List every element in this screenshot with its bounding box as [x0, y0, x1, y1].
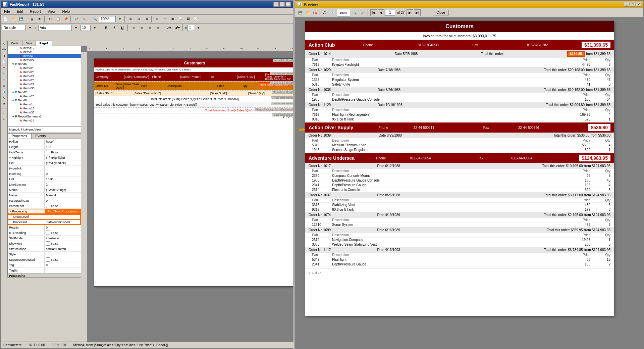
memo-combo[interactable]: Memo4: TfrxMemoView: [7, 126, 81, 133]
maximize-btn[interactable]: □: [279, 2, 285, 7]
prop-val-paragraphgap[interactable]: 0: [45, 198, 81, 203]
preview-save-btn[interactable]: 💾: [297, 9, 304, 16]
preview-zoom-in[interactable]: 🔍: [351, 9, 358, 16]
prop-val-highlight[interactable]: (TfrxHighlight): [45, 155, 81, 160]
preview-pdf-btn[interactable]: PDF: [313, 9, 320, 16]
prop-val-hidezeros[interactable]: False: [45, 150, 81, 155]
tree-item-memo1[interactable]: A Memo1: [8, 102, 81, 106]
tree-item-memo33[interactable]: A Memo33: [8, 110, 81, 114]
rtl-checkbox[interactable]: [46, 231, 50, 235]
tool11[interactable]: 1: [1, 110, 7, 115]
suppress-checkbox[interactable]: [46, 257, 50, 262]
prop-val-hyperlink[interactable]: [45, 166, 81, 171]
prop-val-processing[interactable]: (TfrxObjectProcessing): [45, 209, 80, 213]
tree-item-memo4[interactable]: A Memo4: [8, 54, 81, 58]
tree-item-memo29[interactable]: A Memo29: [8, 82, 81, 86]
tree-item-memo23[interactable]: A Memo23: [8, 70, 81, 74]
menu-edit[interactable]: Edit: [15, 9, 25, 14]
preview-zoom-combo[interactable]: 100%: [337, 9, 350, 16]
prop-val-tag[interactable]: 0: [45, 262, 81, 267]
nav-first[interactable]: |◀: [370, 9, 377, 16]
preview-maximize-btn[interactable]: □: [630, 2, 635, 7]
italic-btn[interactable]: I: [111, 24, 118, 31]
color-btn[interactable]: A▾: [166, 24, 173, 31]
prop-val-showhint[interactable]: False: [45, 241, 81, 246]
shape-btn2[interactable]: T: [161, 15, 169, 23]
preview-minimize-btn[interactable]: _: [624, 2, 629, 7]
shape-btn5[interactable]: 🖼: [184, 15, 192, 23]
tree-item-memo13[interactable]: A Memo13: [8, 50, 81, 54]
tool9[interactable]: ∿: [1, 95, 7, 101]
menu-file[interactable]: File: [2, 9, 12, 14]
tree-item-memo24[interactable]: A Memo24: [8, 74, 81, 78]
tree-item-band7[interactable]: ▼ B Band7: [8, 90, 81, 94]
shape-btn1[interactable]: ▭: [154, 15, 161, 23]
save-btn[interactable]: 💾: [17, 15, 25, 23]
tool7[interactable]: ⊞: [1, 83, 7, 89]
menu-report[interactable]: Report: [28, 9, 43, 14]
tree-item-memo14[interactable]: A Memo14: [8, 118, 81, 122]
line-width[interactable]: 1: [187, 25, 194, 31]
prop-val-halign[interactable]: haLeft: [45, 139, 81, 144]
preview-close-btn[interactable]: ✕: [636, 2, 641, 7]
tree-item-band8[interactable]: ▼ B Band8: [8, 98, 81, 102]
align-justify-btn[interactable]: ≡: [154, 24, 162, 31]
tool6[interactable]: ◻: [1, 77, 7, 83]
minimize-btn[interactable]: _: [273, 2, 279, 7]
canvas-scroll[interactable]: ReportTitle: Band2 Customers Invoice tot…: [87, 52, 293, 342]
tree-item-band6[interactable]: ▼ B Band6: [8, 62, 81, 66]
nav-prev[interactable]: ◀: [378, 9, 384, 16]
size-selector[interactable]: 10: [80, 25, 91, 31]
prop-val-linespacing[interactable]: 2: [45, 182, 81, 187]
font-dropdown[interactable]: ▾: [72, 24, 80, 32]
tree-item-reportsummary1[interactable]: ▼ R ReportSummary1: [8, 114, 81, 118]
preview-btn[interactable]: 👁: [36, 15, 43, 23]
style-dropdown[interactable]: ▾: [26, 24, 34, 32]
prop-val-hint[interactable]: (TfrxHyperlink): [45, 160, 81, 165]
align-center-btn[interactable]: ≡: [138, 24, 146, 31]
tool4[interactable]: ✏: [1, 65, 7, 70]
line-dropdown[interactable]: ▾: [195, 24, 202, 32]
nav-tool1[interactable]: T: [421, 9, 429, 16]
bold-btn[interactable]: B: [103, 24, 110, 31]
tab-page1[interactable]: Page1: [36, 41, 52, 46]
highlight-btn[interactable]: 🖊▾: [174, 24, 181, 31]
font-selector[interactable]: Arial: [38, 25, 72, 31]
preview-zoom-out[interactable]: 🔎: [359, 9, 366, 16]
snap-btn[interactable]: ⊠: [143, 15, 150, 23]
prop-val-style[interactable]: [45, 252, 81, 257]
underline-btn[interactable]: U: [119, 24, 126, 31]
print-btn[interactable]: 🖨: [28, 15, 36, 23]
tree-item-memo28[interactable]: A Memo28: [8, 94, 81, 98]
redo-btn[interactable]: ↪: [80, 15, 88, 23]
nav-last[interactable]: ▶|: [414, 9, 421, 16]
preview-open-btn[interactable]: 📂: [305, 9, 312, 16]
prop-val-rotation[interactable]: 0: [45, 225, 81, 230]
tree-item-memo25[interactable]: A Memo25: [8, 78, 81, 82]
tool10[interactable]: 🗺: [1, 101, 7, 107]
tool12[interactable]: 2: [1, 116, 7, 121]
prop-val-tagstr[interactable]: [45, 268, 81, 273]
prop-val-shiftmode[interactable]: smAlways: [45, 236, 81, 241]
paste-btn[interactable]: 📌: [62, 15, 69, 23]
tree-item-memo27[interactable]: A Memo27: [8, 58, 81, 62]
code-icon[interactable]: ⌨: [1, 47, 7, 52]
hidezeros-checkbox[interactable]: [46, 150, 50, 154]
close-btn[interactable]: ✕: [285, 2, 291, 7]
tree-item-memo2[interactable]: A Memo2: [8, 66, 81, 70]
prop-val-memo[interactable]: (TWideStrings): [45, 187, 81, 192]
tree-item-memo12[interactable]: A Memo12: [8, 46, 81, 50]
grid-btn[interactable]: ⊞: [127, 15, 134, 23]
tab-events[interactable]: Events: [32, 134, 50, 139]
prop-val-left[interactable]: 16.30: [45, 177, 81, 182]
tab-data[interactable]: Data: [22, 41, 36, 46]
cut-btn[interactable]: ✂: [47, 15, 54, 23]
preview-content-area[interactable]: ➡ Customers Invoice total for all custom…: [295, 17, 643, 348]
align-left-btn[interactable]: ≡: [130, 24, 138, 31]
prop-val-height[interactable]: 1.01: [45, 144, 81, 149]
page-number-input[interactable]: 1: [385, 10, 395, 16]
tab-properties[interactable]: Properties: [8, 134, 32, 139]
shape-btn3[interactable]: ▦: [169, 15, 176, 23]
page-icon[interactable]: 📄: [1, 59, 7, 64]
style-selector[interactable]: No style: [2, 25, 25, 31]
